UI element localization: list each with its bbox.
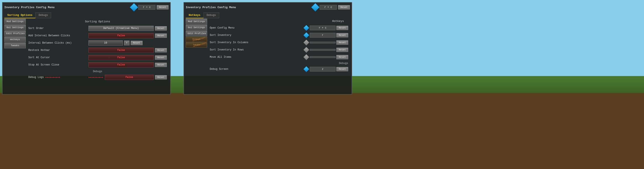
interval-ms-input[interactable] <box>88 40 123 46</box>
sidebar-tweaks-2[interactable]: AUTOMINECRAFT Tweaks <box>186 42 207 48</box>
sort-order-reset[interactable]: Reset <box>155 26 167 30</box>
tab-debugs-1[interactable]: Debugs <box>36 12 51 18</box>
setting-row-sort-order: Sort Order Default (Creative Menu) Reset <box>28 25 167 31</box>
sort-inv-label: Sort Inventory <box>210 34 304 37</box>
stop-screen-btn[interactable]: false <box>88 62 154 68</box>
blue-diamond-icon-2 <box>303 32 309 38</box>
sidebar-tweaks-1[interactable]: Tweaks <box>4 43 26 48</box>
gray-diamond-icon-2 <box>303 47 309 53</box>
sidebar-hotkeys-1[interactable]: Hotkeys <box>4 37 26 42</box>
move-all-reset[interactable]: Reset <box>336 55 348 59</box>
setting-row-interval: Add Interval Between Clicks false Reset <box>28 33 167 39</box>
open-config-keybind: r + c <box>310 26 336 30</box>
open-config-reset[interactable]: Reset <box>336 26 348 30</box>
tab-nav-2: Hotkeys Debugs <box>186 12 350 18</box>
stop-screen-reset[interactable]: Reset <box>155 63 167 67</box>
panel-body-1: Mod Settings Gui Settings Edit Profiles … <box>4 19 168 82</box>
interval-ms-label: Interval Between Clicks (ms) <box>28 42 88 44</box>
restock-reset[interactable]: Reset <box>155 48 167 52</box>
sidebar-edit-profiles-1[interactable]: Edit Profiles <box>4 31 26 36</box>
debug-logs-value: ●●●●●●●●●● false Reset <box>88 75 167 80</box>
panel-body-2: Mod Settings Gui Settings Edit Profiles … <box>186 19 350 74</box>
debug-logs-btn[interactable]: false <box>105 75 154 80</box>
tab-sorting-options[interactable]: Sorting Options <box>4 12 36 18</box>
debug-screen-reset[interactable]: Reset <box>336 67 348 71</box>
sort-cursor-btn[interactable]: false <box>88 55 154 60</box>
debug-screen-keybind: z <box>310 67 336 72</box>
panel-header-1: Inventory Profiles Config Menu r + c Res… <box>4 4 168 11</box>
t-button[interactable]: T <box>124 40 130 45</box>
debugs-section-title-1: Debugs <box>28 70 167 73</box>
interval-label: Add Interval Between Clicks <box>28 34 88 37</box>
sort-cols-reset[interactable]: Reset <box>336 40 348 45</box>
config-panel-1: Inventory Profiles Config Menu r + c Res… <box>2 2 171 94</box>
sorting-options-title: Sorting Options <box>28 20 167 23</box>
hotkey-row-move-all: Move All Items Reset <box>210 54 348 60</box>
panel-title-1: Inventory Profiles Config Menu <box>4 6 54 9</box>
restock-btn[interactable]: false <box>88 48 154 53</box>
sidebar-mod-settings-2[interactable]: Mod Settings <box>186 19 207 24</box>
sidebar-mod-settings-1[interactable]: Mod Settings <box>4 19 26 24</box>
sidebar-edit-profiles-2[interactable]: Edit Profiles <box>186 31 207 36</box>
debug-screen-icon <box>304 66 309 72</box>
stop-screen-label: Stop At Screen Close <box>28 63 88 66</box>
sort-order-btn[interactable]: Default (Creative Menu) <box>88 26 154 31</box>
sort-cursor-value: false Reset <box>88 55 167 60</box>
interval-ms-value: T Reset <box>88 40 167 46</box>
sidebar-hotkeys-2[interactable]: AUTOMINECRAFT Hotkeys <box>186 37 207 42</box>
header-reset-btn-2[interactable]: Reset <box>338 5 350 10</box>
setting-row-debug-logs: Debug Logs ●●●●●●●●●● ●●●●●●●●●● false R… <box>28 74 167 80</box>
debug-section-title-2: Debugs <box>210 62 348 65</box>
blue-diamond-icon-1 <box>303 25 309 31</box>
keybind-display-1: r + c <box>138 5 156 10</box>
debug-logs-label: Debug Logs ●●●●●●●●●● <box>28 76 88 79</box>
sort-rows-label: Sort Inventory In Rows <box>210 48 304 51</box>
content-area-2: Hotkeys Open Config Menu r + c Reset Sor… <box>208 19 350 74</box>
restock-label: Restock Hotbar <box>28 49 88 52</box>
gray-diamond-icon-1 <box>303 40 309 46</box>
sort-cursor-reset[interactable]: Reset <box>155 56 167 60</box>
sort-rows-icon <box>304 47 309 52</box>
debug-screen-label: Debug Screen <box>210 68 304 71</box>
hotkeys-title: Hotkeys <box>210 20 344 23</box>
debug-logs-reset[interactable]: Reset <box>155 75 167 80</box>
open-config-label: Open Config Menu <box>210 26 304 30</box>
move-all-label: Move All Items <box>210 56 304 58</box>
setting-row-stop-screen: Stop At Screen Close false Reset <box>28 62 167 68</box>
tab-debugs-2[interactable]: Debugs <box>204 12 219 18</box>
hotkey-row-sort-rows: Sort Inventory In Rows Reset <box>210 47 348 53</box>
keybind-display-2: r + c <box>320 5 337 10</box>
setting-row-sort-cursor: Sort At Cursor false Reset <box>28 54 167 60</box>
sidebar-gui-settings-2[interactable]: Gui Settings <box>186 25 207 30</box>
sidebar-1: Mod Settings Gui Settings Edit Profiles … <box>4 19 26 82</box>
header-reset-btn-1[interactable]: Reset <box>157 5 168 10</box>
config-panel-2: Inventory Profiles Config Menu r + c Res… <box>184 2 352 94</box>
blue-diamond-icon-3 <box>303 66 309 72</box>
sort-inv-keybind: r <box>310 33 336 38</box>
panel-header-2: Inventory Profiles Config Menu r + c Res… <box>186 4 350 11</box>
move-all-keybind <box>310 56 336 58</box>
sort-inv-icon <box>304 33 309 38</box>
interval-ms-reset[interactable]: Reset <box>131 41 142 45</box>
sort-order-label: Sort Order <box>28 27 88 30</box>
interval-value: false Reset <box>88 33 167 38</box>
sort-rows-reset[interactable]: Reset <box>336 48 348 52</box>
sidebar-gui-settings-1[interactable]: Gui Settings <box>4 25 26 30</box>
sidebar-2: Mod Settings Gui Settings Edit Profiles … <box>186 19 207 74</box>
tab-hotkeys[interactable]: Hotkeys <box>186 12 204 18</box>
debug-dots-left: ●●●●●●●●●● <box>45 76 60 78</box>
sort-cols-label: Sort Inventory In Columns <box>210 41 304 44</box>
restock-value: false Reset <box>88 48 167 53</box>
open-config-icon <box>304 25 309 30</box>
interval-reset[interactable]: Reset <box>155 34 167 38</box>
sort-cols-icon <box>304 40 309 45</box>
sort-cols-keybind <box>310 42 336 44</box>
debug-dots-right: ●●●●●●●●●● <box>88 76 104 78</box>
diamond-icon-1 <box>130 3 138 12</box>
watermark-text: AUTOMINECRAFT <box>192 36 206 42</box>
content-area-1: Sorting Options Sort Order Default (Crea… <box>26 19 168 82</box>
gray-diamond-icon-3 <box>303 54 309 60</box>
interval-btn[interactable]: false <box>88 33 154 38</box>
sort-inv-reset[interactable]: Reset <box>336 33 348 37</box>
setting-row-restock: Restock Hotbar false Reset <box>28 47 167 53</box>
